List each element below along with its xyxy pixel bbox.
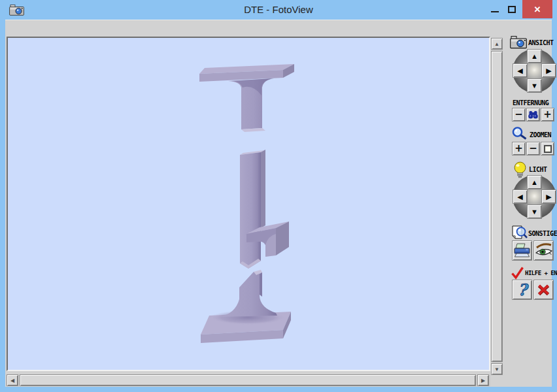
beam-top-tee-segment (199, 64, 294, 132)
plus-icon: + (515, 144, 523, 154)
beam-bottom-tee-segment (201, 270, 291, 343)
view-photo-button[interactable] (533, 240, 554, 261)
control-sidebar: ANSICHT ▲ ◀ ▶ ▼ ENTFERNUNG − (503, 20, 552, 387)
arrow-down-icon: ▼ (531, 82, 538, 90)
magnifier-icon (511, 126, 529, 142)
scroll-right-button[interactable]: ▶ (477, 374, 489, 386)
plus-icon: + (543, 110, 552, 120)
camera-icon (510, 35, 527, 49)
exit-x-icon (537, 283, 550, 297)
entfernung-label: ENTFERNUNG (513, 99, 549, 106)
binoculars-icon (528, 110, 539, 120)
arrow-left-icon: ◀ (517, 193, 522, 201)
distance-increase-button[interactable]: + (541, 108, 554, 122)
printer-icon (514, 243, 530, 258)
zoom-out-button[interactable]: − (526, 142, 540, 155)
distance-decrease-button[interactable]: − (512, 108, 526, 122)
scroll-up-icon: ▲ (494, 41, 499, 47)
render-viewport[interactable] (7, 37, 490, 371)
distance-reset-button[interactable] (526, 108, 540, 122)
arrow-down-icon: ▼ (531, 208, 538, 216)
zoom-in-button[interactable]: + (512, 142, 526, 155)
scroll-left-icon: ◀ (10, 378, 14, 384)
hilfe-ende-label: HILFE + ENDE (525, 270, 557, 276)
scroll-left-button[interactable]: ◀ (7, 374, 18, 386)
ansicht-label: ANSICHT (528, 39, 554, 46)
arrow-right-icon: ▶ (546, 193, 551, 201)
help-button[interactable]: ? (512, 280, 532, 300)
minus-icon: − (515, 110, 523, 120)
maximize-icon (508, 6, 516, 13)
scroll-right-icon: ▶ (481, 378, 485, 384)
vertical-scroll-thumb[interactable] (491, 51, 503, 362)
licht-label: LICHT (529, 166, 547, 173)
arrow-up-icon: ▲ (531, 53, 538, 60)
beam-middle-web-segment (240, 150, 289, 269)
light-up-button[interactable]: ▲ (527, 175, 542, 189)
maximize-button[interactable] (503, 0, 520, 18)
titlebar[interactable]: DTE - FotoView ✕ (0, 0, 557, 20)
scroll-down-icon: ▼ (494, 367, 499, 372)
minus-icon: − (529, 144, 537, 154)
minimize-button[interactable] (486, 0, 503, 18)
close-icon: ✕ (534, 5, 541, 14)
beam-render (8, 38, 489, 370)
checkmark-icon (511, 266, 524, 280)
print-button[interactable] (512, 240, 532, 261)
sonstiges-label: SONSTIGES (528, 230, 557, 237)
exit-button[interactable] (533, 280, 554, 300)
eye-icon (535, 242, 552, 259)
light-left-button[interactable]: ◀ (513, 189, 528, 204)
view-direction-pad: ▲ ◀ ▶ ▼ (513, 49, 556, 93)
view-down-button[interactable]: ▼ (527, 78, 542, 93)
arrow-right-icon: ▶ (546, 67, 551, 74)
light-right-button[interactable]: ▶ (541, 189, 556, 204)
scroll-down-button[interactable]: ▼ (491, 363, 503, 375)
horizontal-scroll-thumb[interactable] (20, 374, 476, 386)
arrow-left-icon: ◀ (517, 67, 522, 74)
light-down-button[interactable]: ▼ (527, 204, 542, 219)
close-button[interactable]: ✕ (522, 0, 552, 18)
question-mark-icon: ? (515, 282, 530, 299)
scroll-up-button[interactable]: ▲ (491, 38, 503, 50)
client-area: ▲ ▼ ◀ ▶ ANSICHT ▲ ◀ (5, 20, 552, 387)
arrow-up-icon: ▲ (531, 179, 538, 186)
window-title: DTE - FotoView (0, 0, 557, 20)
minimize-icon (491, 11, 499, 12)
horizontal-scrollbar[interactable]: ◀ ▶ (7, 374, 490, 386)
view-up-button[interactable]: ▲ (527, 49, 542, 63)
svg-text:?: ? (518, 282, 529, 299)
light-direction-pad: ▲ ◀ ▶ ▼ (513, 175, 556, 219)
zoom-fit-button[interactable] (541, 142, 554, 155)
fit-rectangle-icon (544, 145, 552, 153)
view-right-button[interactable]: ▶ (541, 63, 556, 78)
zoomen-label: ZOOMEN (530, 131, 551, 139)
view-left-button[interactable]: ◀ (513, 63, 528, 78)
app-window: DTE - FotoView ✕ (0, 0, 557, 392)
vertical-scrollbar[interactable]: ▲ ▼ (491, 38, 503, 375)
document-magnifier-icon (510, 225, 528, 241)
